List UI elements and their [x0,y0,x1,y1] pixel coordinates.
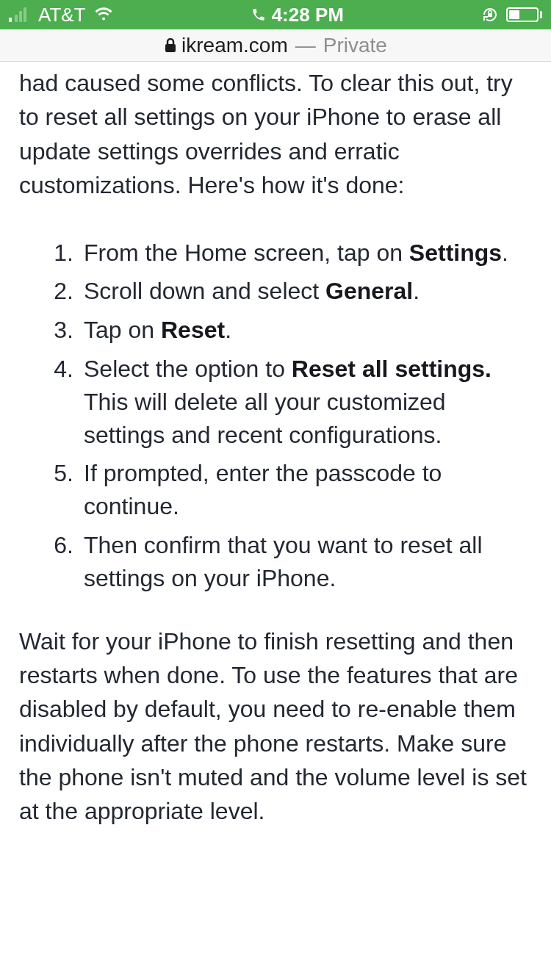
step-text: Select the option to Reset all settings.… [84,353,532,451]
browser-url-bar[interactable]: ikream.com — Private [0,29,551,62]
outro-paragraph: Wait for your iPhone to finish resetting… [19,624,532,829]
url-separator: — [295,34,316,57]
svg-rect-1 [165,44,176,52]
step-number: 2. [44,275,84,308]
lock-icon [164,37,177,54]
step-number: 3. [44,314,84,347]
step-number: 4. [44,353,84,451]
step-number: 1. [44,237,84,270]
url-private-label: Private [323,34,387,57]
status-left: AT&T [9,4,114,26]
list-item: 2. Scroll down and select General. [44,275,532,308]
step-text: If prompted, enter the passcode to conti… [84,457,532,523]
step-text: Then confirm that you want to reset all … [84,529,532,595]
cellular-signal-icon [9,7,31,22]
url-domain: ikream.com [181,34,288,57]
step-text: From the Home screen, tap on Settings. [84,237,532,270]
status-center: 4:28 PM [251,4,344,26]
carrier-label: AT&T [38,4,86,26]
battery-icon [506,7,542,22]
step-text: Scroll down and select General. [84,275,532,308]
step-number: 5. [44,457,84,523]
list-item: 4. Select the option to Reset all settin… [44,353,532,451]
steps-list: 1. From the Home screen, tap on Settings… [19,237,532,595]
orientation-lock-icon [481,6,499,24]
svg-rect-0 [488,13,492,17]
wifi-icon [93,7,114,22]
step-text: Tap on Reset. [84,314,532,347]
step-number: 6. [44,529,84,595]
list-item: 6. Then confirm that you want to reset a… [44,529,532,595]
list-item: 1. From the Home screen, tap on Settings… [44,237,532,270]
clock-time: 4:28 PM [272,4,344,26]
article-content[interactable]: had caused some conflicts. To clear this… [0,66,551,829]
status-bar: AT&T 4:28 PM [0,0,551,29]
list-item: 3. Tap on Reset. [44,314,532,347]
list-item: 5. If prompted, enter the passcode to co… [44,457,532,523]
status-right [481,6,542,24]
phone-icon [251,7,266,22]
intro-paragraph: had caused some conflicts. To clear this… [19,66,532,203]
